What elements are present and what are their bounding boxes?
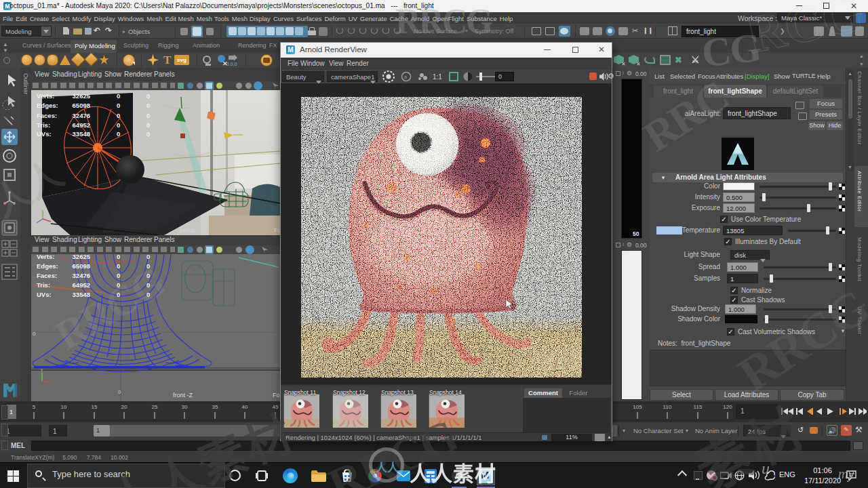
- svg-text:115: 115: [694, 404, 703, 410]
- svg-text:0: 0: [117, 262, 120, 270]
- svg-text:35: 35: [212, 404, 218, 410]
- svg-text:0: 0: [33, 331, 36, 337]
- svg-text:20: 20: [121, 404, 127, 410]
- svg-text:0: 0: [146, 121, 150, 129]
- svg-text:Edges:: Edges:: [37, 102, 58, 109]
- svg-text:33548: 33548: [73, 130, 90, 138]
- svg-text:33548: 33548: [73, 291, 90, 298]
- svg-text:64952: 64952: [73, 121, 90, 129]
- svg-text:30: 30: [182, 404, 188, 410]
- svg-text:0: 0: [117, 102, 120, 109]
- svg-text:0: 0: [146, 102, 150, 109]
- svg-text:0: 0: [146, 112, 150, 119]
- svg-text:25: 25: [152, 404, 158, 410]
- svg-text:Fo: Fo: [274, 227, 280, 234]
- svg-text:32476: 32476: [73, 272, 90, 279]
- svg-text:0: 0: [146, 291, 150, 298]
- svg-text:Tris:: Tris:: [37, 121, 50, 129]
- svg-text:120: 120: [723, 404, 732, 410]
- svg-text:0: 0: [118, 389, 121, 395]
- svg-text:40: 40: [242, 404, 248, 410]
- svg-text:0: 0: [146, 130, 150, 138]
- svg-text:10: 10: [61, 404, 67, 410]
- svg-text:0: 0: [117, 112, 120, 119]
- svg-text:1: 1: [9, 409, 13, 415]
- svg-text:110: 110: [663, 404, 672, 410]
- svg-text:UVs:: UVs:: [37, 291, 52, 298]
- svg-text:0: 0: [117, 254, 120, 260]
- svg-text:0: 0: [117, 291, 120, 298]
- svg-text:15: 15: [92, 404, 98, 410]
- svg-text:UVs:: UVs:: [37, 130, 52, 138]
- svg-text:0: 0: [146, 254, 150, 260]
- svg-text:32625: 32625: [73, 92, 91, 100]
- svg-text:front -Z: front -Z: [173, 392, 193, 399]
- svg-text:0: 0: [117, 281, 120, 289]
- svg-text:Tris:: Tris:: [37, 281, 50, 289]
- svg-text:0: 0: [146, 262, 150, 270]
- svg-text:105: 105: [633, 404, 642, 410]
- svg-text:0: 0: [146, 281, 150, 289]
- svg-text:y: y: [41, 205, 43, 209]
- svg-text:0: 0: [117, 92, 120, 100]
- svg-text:persp: persp: [180, 227, 195, 234]
- svg-text:Fo: Fo: [273, 392, 280, 399]
- svg-text:0: 0: [117, 272, 120, 279]
- svg-text:32476: 32476: [73, 112, 90, 119]
- svg-text:Verts:: Verts:: [37, 92, 54, 100]
- svg-text:65098: 65098: [73, 262, 90, 270]
- svg-text:0: 0: [117, 121, 120, 129]
- svg-text:32625: 32625: [73, 254, 91, 260]
- svg-text:1:1: 1:1: [433, 73, 442, 81]
- svg-text:Faces:: Faces:: [37, 112, 57, 119]
- svg-text:0: 0: [146, 92, 150, 100]
- svg-text:a: a: [404, 75, 407, 79]
- svg-text:64952: 64952: [73, 281, 90, 289]
- svg-text:0: 0: [117, 130, 120, 138]
- svg-text:45: 45: [273, 404, 279, 410]
- svg-text:5: 5: [33, 404, 36, 410]
- svg-text:y: y: [41, 367, 43, 371]
- svg-text:65098: 65098: [73, 102, 90, 109]
- svg-text:Verts:: Verts:: [37, 254, 54, 260]
- svg-text:Edges:: Edges:: [37, 262, 58, 270]
- svg-text:0: 0: [146, 272, 150, 279]
- svg-text:Faces:: Faces:: [37, 272, 57, 279]
